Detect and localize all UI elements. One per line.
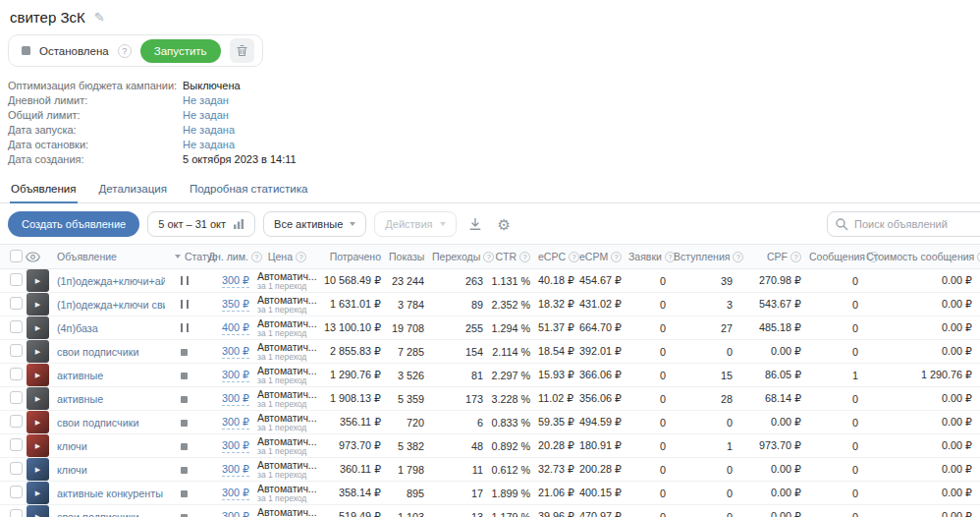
cell-price: Автоматич... за 1 переход <box>257 269 314 293</box>
row-checkbox[interactable] <box>10 273 23 286</box>
campaign-status-chip: Остановлена ? Запустить <box>8 34 263 67</box>
table-row[interactable]: ▶ (1п)одежда+ключи+айфоны 300 ₽ Автомати… <box>0 269 980 293</box>
info-icon[interactable]: ? <box>296 252 306 262</box>
ad-name-link[interactable]: (4п)база <box>57 322 98 334</box>
column-header-joins[interactable]: Вступления? <box>674 245 740 269</box>
help-circle-icon[interactable]: ? <box>118 44 132 58</box>
setting-row: Дата создания:5 октября 2023 в 14:11 <box>8 151 980 166</box>
column-header-leads[interactable]: Заявки? <box>628 245 674 269</box>
table-row[interactable]: ▶ свои подписчики 300 ₽ Автоматич... за … <box>0 505 980 517</box>
column-header-spent[interactable]: Потрачено <box>314 245 389 269</box>
column-header-clicks[interactable]: Переходы? <box>432 245 491 269</box>
cell-shows: 3 526 <box>389 364 432 387</box>
setting-value[interactable]: Не задан <box>183 94 229 106</box>
day-limit-link[interactable]: 300 ₽ <box>222 416 249 430</box>
table-settings-button[interactable]: ⚙ <box>494 214 515 235</box>
column-header-day_limit[interactable]: Дн. лим.? <box>208 245 257 269</box>
ad-name-link[interactable]: ключи <box>57 464 87 476</box>
row-checkbox[interactable] <box>10 438 23 451</box>
cell-ctr: 2.352 % <box>491 293 538 316</box>
export-button[interactable] <box>464 214 486 234</box>
row-checkbox[interactable] <box>10 415 23 428</box>
setting-value[interactable]: Не задан <box>183 109 229 121</box>
row-checkbox[interactable] <box>10 391 23 404</box>
row-checkbox[interactable] <box>10 368 23 380</box>
setting-value[interactable]: Не задана <box>183 124 235 136</box>
column-header-cpf[interactable]: CPF? <box>740 245 809 269</box>
ad-name-link[interactable]: активные <box>57 370 103 381</box>
tab-item[interactable]: Подробная статистика <box>189 178 309 202</box>
row-checkbox[interactable] <box>10 297 23 310</box>
table-row[interactable]: ▶ активные конкуренты 300 ₽ Автоматич...… <box>0 482 980 505</box>
row-checkbox[interactable] <box>10 320 23 333</box>
cell-messages: 0 <box>809 505 866 517</box>
column-header-name[interactable]: Объявление <box>47 245 165 269</box>
setting-value[interactable]: Не задана <box>183 139 235 150</box>
table-row[interactable]: ▶ (1п)одежда+ключи свитер 350 ₽ Автомати… <box>0 293 980 316</box>
table-row[interactable]: ▶ (4п)база 400 ₽ Автоматич... за 1 перех… <box>0 316 980 340</box>
stopped-square-icon <box>22 46 30 55</box>
table-row[interactable]: ▶ активные 300 ₽ Автоматич... за 1 перех… <box>0 387 980 411</box>
day-limit-link[interactable]: 300 ₽ <box>222 487 249 500</box>
cell-ctr: 1.179 % <box>491 505 538 517</box>
table-row[interactable]: ▶ активные 300 ₽ Автоматич... за 1 перех… <box>0 364 980 387</box>
day-limit-link[interactable]: 300 ₽ <box>222 463 249 477</box>
table-row[interactable]: ▶ свои подписчики 300 ₽ Автоматич... за … <box>0 340 980 364</box>
date-range-button[interactable]: 5 окт – 31 окт <box>147 211 255 237</box>
cell-msg-cost: 0.00 ₽ <box>866 387 980 411</box>
day-limit-link[interactable]: 300 ₽ <box>222 369 249 382</box>
row-checkbox[interactable] <box>10 462 23 475</box>
tab-active[interactable]: Объявления <box>10 178 78 203</box>
price-value: Автоматич... <box>257 389 306 400</box>
select-all-checkbox[interactable] <box>10 250 23 262</box>
ad-name-link[interactable]: активные <box>57 393 103 405</box>
column-header-ecpc[interactable]: eCPC? <box>538 245 579 269</box>
play-icon: ▶ <box>35 301 40 309</box>
column-header-shows[interactable]: Показы <box>389 245 432 269</box>
start-campaign-button[interactable]: Запустить <box>140 39 221 63</box>
column-header-status[interactable]: Статус <box>165 245 208 269</box>
day-limit-link[interactable]: 300 ₽ <box>222 439 249 453</box>
info-icon[interactable]: ? <box>251 252 262 262</box>
ad-name-link[interactable]: активные конкуренты <box>57 488 163 499</box>
ad-name-link[interactable]: (1п)одежда+ключи+айфоны <box>57 275 165 287</box>
day-limit-link[interactable]: 300 ₽ <box>222 392 249 406</box>
day-limit-link[interactable]: 350 ₽ <box>222 298 249 312</box>
column-label: CPF <box>767 251 788 262</box>
table-row[interactable]: ▶ ключи 300 ₽ Автоматич... за 1 переход … <box>0 434 980 458</box>
row-checkbox[interactable] <box>10 509 23 517</box>
cell-ecpm: 180.91 ₽ <box>579 434 628 458</box>
ad-name-link[interactable]: свои подписчики <box>57 346 139 358</box>
info-icon[interactable]: ? <box>790 252 801 262</box>
delete-campaign-button[interactable] <box>230 38 254 63</box>
cell-messages: 0 <box>809 458 866 482</box>
ad-name-link[interactable]: (1п)одежда+ключи свитер <box>57 299 165 311</box>
status-filter-dropdown[interactable]: Все активные <box>263 211 366 237</box>
column-header-ecpm[interactable]: eCPM? <box>579 245 628 269</box>
edit-pencil-icon[interactable]: ✎ <box>94 10 105 25</box>
ad-name-link[interactable]: ключи <box>57 440 87 452</box>
ad-name-link[interactable]: свои подписчики <box>57 417 139 429</box>
create-ad-button[interactable]: Создать объявление <box>8 211 139 237</box>
row-checkbox[interactable] <box>10 344 23 357</box>
column-header-ctr[interactable]: CTR? <box>491 245 538 269</box>
column-header-price[interactable]: Цена? <box>257 245 314 269</box>
eye-icon[interactable] <box>26 252 40 262</box>
search-input[interactable] <box>827 211 980 237</box>
info-icon[interactable]: ? <box>611 252 622 262</box>
row-checkbox[interactable] <box>10 486 23 498</box>
column-header-msg_cost[interactable]: Стоимость сообщения? <box>866 245 980 269</box>
actions-dropdown[interactable]: Действия <box>374 211 456 237</box>
day-limit-link[interactable]: 300 ₽ <box>222 510 249 517</box>
table-row[interactable]: ▶ свои подписчики 300 ₽ Автоматич... за … <box>0 411 980 434</box>
day-limit-link[interactable]: 300 ₽ <box>222 345 249 359</box>
day-limit-link[interactable]: 300 ₽ <box>222 274 249 288</box>
info-icon[interactable]: ? <box>569 252 579 262</box>
info-icon[interactable]: ? <box>519 252 530 262</box>
ad-name-link[interactable]: свои подписчики <box>57 511 139 517</box>
day-limit-link[interactable]: 400 ₽ <box>222 321 249 335</box>
table-row[interactable]: ▶ ключи 300 ₽ Автоматич... за 1 переход … <box>0 458 980 482</box>
price-value: Автоматич... <box>257 460 306 471</box>
column-header-messages[interactable]: Сообщения? <box>809 245 866 269</box>
tab-item[interactable]: Детализация <box>98 178 168 202</box>
